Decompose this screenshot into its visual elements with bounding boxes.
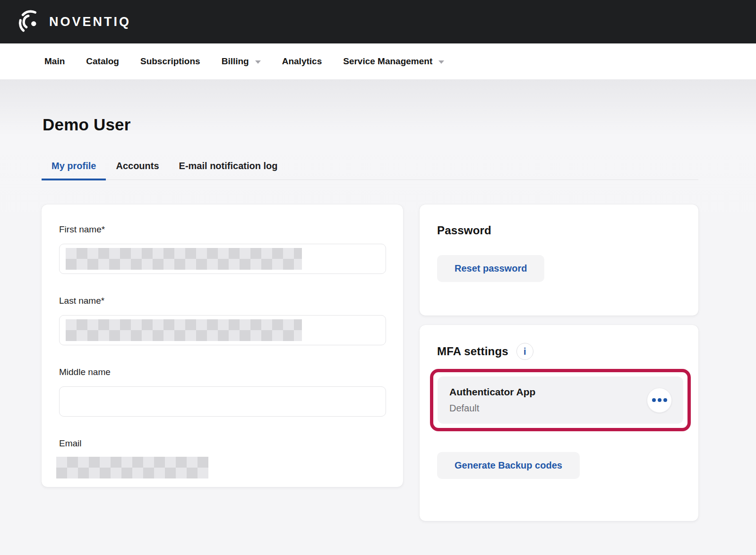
chevron-down-icon <box>438 60 444 64</box>
tab-email-notification-log[interactable]: E-mail notification log <box>169 161 288 180</box>
nav-item-label: Billing <box>222 56 249 67</box>
page-title: Demo User <box>0 79 756 134</box>
brand-name: NOVENTIQ <box>49 15 131 29</box>
last-name-field[interactable] <box>59 315 386 345</box>
reset-password-button[interactable]: Reset password <box>437 255 544 282</box>
nav-item-main[interactable]: Main <box>44 56 65 67</box>
redacted-last-name-value <box>66 319 302 341</box>
mfa-method-highlight-outline: Authenticator App Default <box>430 369 691 431</box>
brand-logo: NOVENTIQ <box>17 9 131 34</box>
profile-tabs: My profile Accounts E-mail notification … <box>42 161 698 180</box>
middle-name-label: Middle name <box>59 367 386 377</box>
mfa-method-status: Default <box>449 403 535 414</box>
profile-form-card: First name* Last name* Middle name Email <box>42 205 403 487</box>
mfa-method-name: Authenticator App <box>449 386 535 398</box>
mfa-method-authenticator-app[interactable]: Authenticator App Default <box>438 376 683 424</box>
email-label: Email <box>59 438 386 449</box>
nav-item-label: Service Management <box>343 56 432 67</box>
redacted-email-value <box>56 457 208 478</box>
ellipsis-icon <box>663 398 667 402</box>
nav-item-analytics[interactable]: Analytics <box>282 56 322 67</box>
nav-item-label: Analytics <box>282 56 322 67</box>
tab-my-profile[interactable]: My profile <box>42 161 106 180</box>
nav-item-label: Subscriptions <box>140 56 200 67</box>
chevron-down-icon <box>255 60 261 64</box>
main-nav: Main Catalog Subscriptions Billing Analy… <box>0 43 756 79</box>
mfa-method-text: Authenticator App Default <box>449 386 535 414</box>
tab-accounts[interactable]: Accounts <box>106 161 169 180</box>
nav-item-subscriptions[interactable]: Subscriptions <box>140 56 200 67</box>
mfa-method-menu-button[interactable] <box>647 388 672 413</box>
last-name-label: Last name* <box>59 296 386 306</box>
page-content: Demo User My profile Accounts E-mail not… <box>0 79 756 555</box>
generate-backup-codes-button[interactable]: Generate Backup codes <box>437 452 580 479</box>
redacted-first-name-value <box>66 248 302 270</box>
info-icon[interactable]: i <box>516 343 533 360</box>
nav-item-service-management[interactable]: Service Management <box>343 56 444 67</box>
mfa-settings-card: MFA settings i Authenticator App Default <box>420 325 698 521</box>
mfa-card-title: MFA settings <box>437 345 508 358</box>
nav-item-label: Catalog <box>86 56 119 67</box>
nav-item-billing[interactable]: Billing <box>222 56 261 67</box>
nav-item-catalog[interactable]: Catalog <box>86 56 119 67</box>
app-header: NOVENTIQ <box>0 0 756 43</box>
ellipsis-icon <box>658 398 662 402</box>
password-card-title: Password <box>437 224 681 237</box>
first-name-field[interactable] <box>59 244 386 274</box>
nav-item-label: Main <box>44 56 65 67</box>
middle-name-field[interactable] <box>59 386 386 417</box>
ellipsis-icon <box>652 398 656 402</box>
password-card: Password Reset password <box>420 205 698 316</box>
noventiq-logo-icon <box>17 9 43 34</box>
first-name-label: First name* <box>59 224 386 235</box>
